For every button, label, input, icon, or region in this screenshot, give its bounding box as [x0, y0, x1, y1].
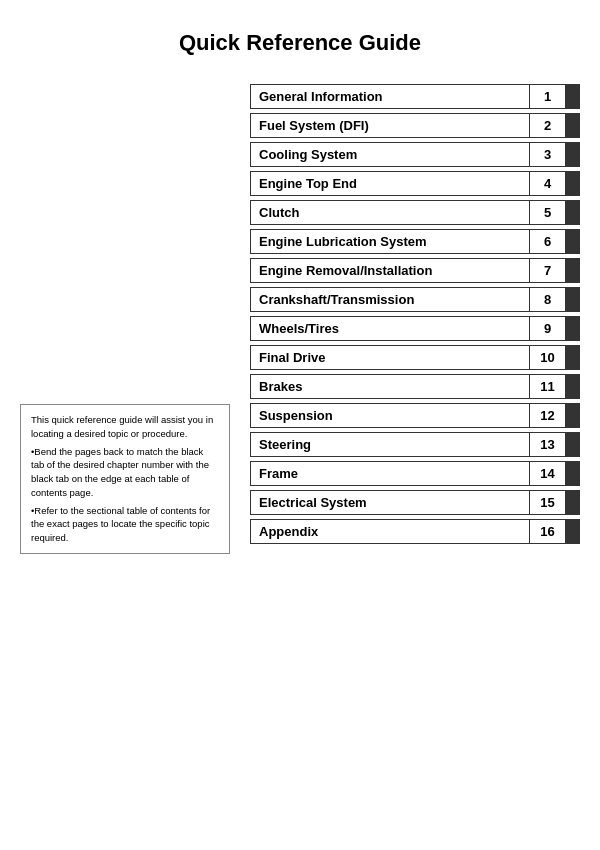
toc-number: 6 — [529, 230, 565, 253]
note-line: This quick reference guide will assist y… — [31, 413, 219, 441]
toc-number: 12 — [529, 404, 565, 427]
toc-label: Wheels/Tires — [251, 317, 529, 340]
toc-label: Electrical System — [251, 491, 529, 514]
toc-number: 13 — [529, 433, 565, 456]
toc-black-tab — [565, 317, 579, 340]
toc-label: General Information — [251, 85, 529, 108]
toc-row: Final Drive10 — [250, 345, 580, 370]
toc-row: Cooling System3 — [250, 142, 580, 167]
toc-number: 16 — [529, 520, 565, 543]
toc-row: Engine Top End4 — [250, 171, 580, 196]
toc-number: 4 — [529, 172, 565, 195]
toc-row: Crankshaft/Transmission8 — [250, 287, 580, 312]
toc-row: Clutch5 — [250, 200, 580, 225]
toc-row: Steering13 — [250, 432, 580, 457]
toc-black-tab — [565, 346, 579, 369]
toc-label: Steering — [251, 433, 529, 456]
toc-label: Frame — [251, 462, 529, 485]
toc-number: 11 — [529, 375, 565, 398]
content-area: This quick reference guide will assist y… — [20, 84, 580, 554]
toc-number: 10 — [529, 346, 565, 369]
toc-black-tab — [565, 143, 579, 166]
toc-number: 14 — [529, 462, 565, 485]
toc-column: General Information1Fuel System (DFI)2Co… — [250, 84, 580, 548]
toc-black-tab — [565, 85, 579, 108]
toc-black-tab — [565, 114, 579, 137]
toc-black-tab — [565, 404, 579, 427]
toc-label: Engine Top End — [251, 172, 529, 195]
toc-number: 5 — [529, 201, 565, 224]
toc-label: Engine Removal/Installation — [251, 259, 529, 282]
toc-label: Clutch — [251, 201, 529, 224]
toc-row: Fuel System (DFI)2 — [250, 113, 580, 138]
toc-number: 7 — [529, 259, 565, 282]
toc-row: Suspension12 — [250, 403, 580, 428]
toc-row: Wheels/Tires9 — [250, 316, 580, 341]
toc-black-tab — [565, 462, 579, 485]
toc-black-tab — [565, 172, 579, 195]
toc-black-tab — [565, 288, 579, 311]
toc-number: 15 — [529, 491, 565, 514]
toc-label: Brakes — [251, 375, 529, 398]
toc-number: 3 — [529, 143, 565, 166]
toc-black-tab — [565, 520, 579, 543]
toc-black-tab — [565, 230, 579, 253]
toc-row: Brakes11 — [250, 374, 580, 399]
toc-label: Fuel System (DFI) — [251, 114, 529, 137]
toc-label: Appendix — [251, 520, 529, 543]
toc-black-tab — [565, 491, 579, 514]
toc-label: Crankshaft/Transmission — [251, 288, 529, 311]
toc-number: 8 — [529, 288, 565, 311]
toc-row: Engine Removal/Installation7 — [250, 258, 580, 283]
page: Quick Reference Guide This quick referen… — [0, 0, 600, 850]
note-box: This quick reference guide will assist y… — [20, 404, 230, 554]
toc-label: Final Drive — [251, 346, 529, 369]
toc-row: Engine Lubrication System6 — [250, 229, 580, 254]
toc-row: Electrical System15 — [250, 490, 580, 515]
toc-number: 9 — [529, 317, 565, 340]
toc-row: Appendix16 — [250, 519, 580, 544]
toc-row: General Information1 — [250, 84, 580, 109]
toc-label: Suspension — [251, 404, 529, 427]
toc-black-tab — [565, 433, 579, 456]
toc-label: Cooling System — [251, 143, 529, 166]
toc-number: 1 — [529, 85, 565, 108]
toc-label: Engine Lubrication System — [251, 230, 529, 253]
toc-row: Frame14 — [250, 461, 580, 486]
toc-black-tab — [565, 201, 579, 224]
toc-number: 2 — [529, 114, 565, 137]
page-title: Quick Reference Guide — [20, 30, 580, 56]
note-line: •Refer to the sectional table of content… — [31, 504, 219, 545]
toc-black-tab — [565, 259, 579, 282]
note-line: •Bend the pages back to match the black … — [31, 445, 219, 500]
left-column: This quick reference guide will assist y… — [20, 404, 230, 554]
toc-black-tab — [565, 375, 579, 398]
